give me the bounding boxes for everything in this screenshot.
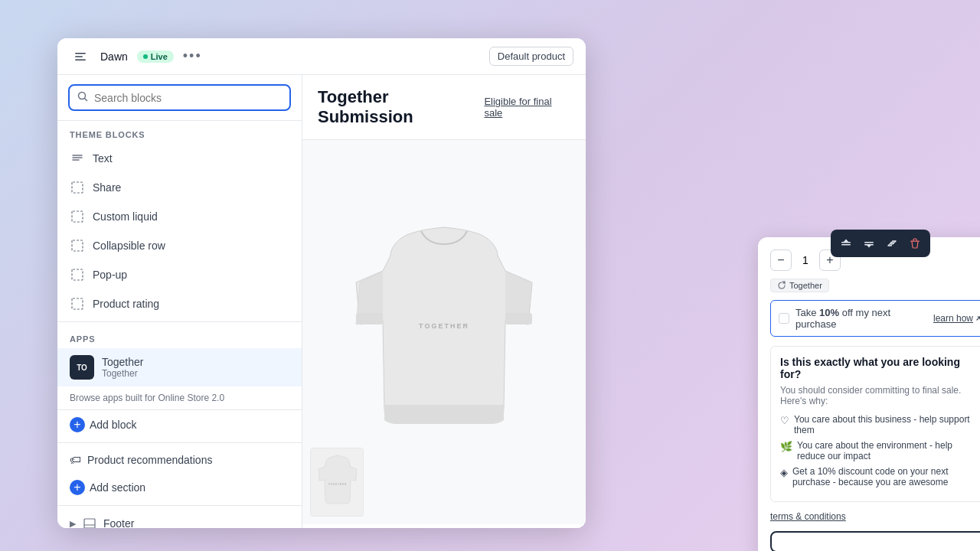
svg-text:TOGETHER: TOGETHER: [419, 322, 469, 330]
toolbar-move-down-button[interactable]: [858, 233, 880, 254]
block-item-share[interactable]: Share: [57, 173, 302, 202]
sidebar-content: THEME BLOCKS Text: [57, 121, 302, 528]
product-recommendations-item[interactable]: 🏷 Product recommendations: [57, 446, 302, 473]
svg-rect-22: [841, 244, 851, 246]
app-sub: Together: [102, 368, 143, 379]
svg-rect-2: [75, 59, 86, 60]
add-to-cart-button[interactable]: [770, 531, 980, 551]
svg-rect-17: [356, 313, 383, 324]
block-item-product-rating[interactable]: Product rating: [57, 289, 302, 318]
page-preview: Together Submission Eligible for final s…: [302, 75, 586, 528]
svg-rect-11: [72, 269, 83, 280]
together-tag: Together: [770, 279, 829, 292]
svg-rect-12: [72, 298, 83, 309]
text-block-icon: [70, 151, 85, 166]
toolbar-resize-button[interactable]: [881, 233, 903, 254]
info-item-3: ◈ Get a 10% discount code on your next p…: [780, 466, 980, 487]
info-item-2: 🌿 You care about the environment - help …: [780, 440, 980, 461]
theme-title: Dawn: [100, 51, 128, 63]
top-bar: Dawn Live ••• Default product: [57, 38, 586, 75]
block-item-collapsible-row[interactable]: Collapsible row: [57, 231, 302, 260]
info-box: Is this exactly what you are looking for…: [770, 346, 980, 502]
svg-rect-13: [84, 519, 95, 528]
sweater-image: TOGETHER: [322, 194, 567, 470]
quantity-value: 1: [798, 254, 813, 266]
svg-rect-10: [72, 240, 83, 251]
svg-line-4: [85, 99, 87, 101]
block-item-pop-up[interactable]: Pop-up: [57, 260, 302, 289]
discount-checkbox[interactable]: [779, 313, 789, 324]
search-input[interactable]: [94, 92, 282, 104]
sidebar: THEME BLOCKS Text: [57, 75, 302, 528]
thumbnail-row: TOGETHER: [310, 448, 364, 517]
info-item-1: ♡ You care about this business - help su…: [780, 414, 980, 435]
divider-1: [57, 321, 302, 322]
add-block-icon: +: [70, 417, 85, 432]
divider-2: [57, 442, 302, 443]
info-question: Is this exactly what you are looking for…: [780, 356, 980, 380]
editor-window: Dawn Live ••• Default product: [57, 38, 586, 528]
toolbar-delete-button[interactable]: [904, 233, 926, 254]
pop-up-block-icon: [70, 267, 85, 282]
leaf-icon: 🌿: [780, 441, 792, 452]
search-input-wrapper: [68, 84, 291, 111]
footer-item[interactable]: ▶ Footer: [57, 509, 302, 528]
tag-icon: ◈: [780, 467, 788, 478]
app-info-together: Together Together: [102, 356, 143, 379]
thumbnail-1[interactable]: TOGETHER: [310, 448, 364, 517]
more-button[interactable]: •••: [183, 48, 202, 64]
terms-link[interactable]: terms & conditions: [770, 511, 980, 522]
canvas-area: Together Submission Eligible for final s…: [302, 75, 586, 528]
browse-apps-text: Browse apps built for Online Store 2.0: [57, 386, 302, 410]
collapsible-row-block-icon: [70, 238, 85, 253]
block-item-custom-liquid[interactable]: Custom liquid: [57, 202, 302, 231]
together-widget-panel: − 1 + Together Take 10% off my next purc…: [758, 237, 980, 551]
discount-row: Take 10% off my next purchase learn how: [770, 300, 980, 337]
add-section-icon: +: [70, 480, 85, 495]
svg-rect-1: [75, 56, 83, 57]
editor-body: THEME BLOCKS Text: [57, 75, 586, 528]
learn-how-link[interactable]: learn how: [933, 313, 980, 324]
live-badge: Live: [137, 51, 174, 63]
svg-rect-9: [72, 211, 83, 222]
footer-expand-icon: ▶: [70, 519, 76, 529]
product-title: Together Submission: [318, 87, 484, 127]
svg-rect-27: [910, 241, 920, 242]
svg-rect-18: [505, 313, 532, 324]
svg-rect-21: [841, 242, 851, 243]
add-block-button[interactable]: + Add block: [57, 410, 302, 439]
apps-header: APPS: [57, 325, 302, 348]
widget-toolbar: [831, 230, 930, 257]
search-icon: [77, 91, 88, 104]
svg-rect-8: [72, 182, 83, 193]
divider-3: [57, 505, 302, 506]
product-header: Together Submission Eligible for final s…: [302, 75, 586, 140]
add-section-button[interactable]: + Add section: [57, 473, 302, 502]
theme-blocks-header: THEME BLOCKS: [57, 121, 302, 144]
live-dot: [143, 54, 148, 59]
discount-text: Take 10% off my next purchase: [795, 307, 927, 330]
product-selector[interactable]: Default product: [489, 47, 573, 66]
app-icon-together: TO: [70, 355, 94, 380]
custom-liquid-block-icon: [70, 209, 85, 224]
share-block-icon: [70, 180, 85, 195]
search-area: [57, 75, 302, 121]
svg-text:TOGETHER: TOGETHER: [328, 483, 348, 486]
qty-decrease-button[interactable]: −: [770, 249, 792, 271]
svg-rect-0: [75, 53, 86, 54]
app-name: Together: [102, 356, 143, 368]
toolbar-move-up-button[interactable]: [835, 233, 857, 254]
block-item-text[interactable]: Text: [57, 144, 302, 173]
info-desc: You should consider committing to final …: [780, 385, 980, 406]
back-button[interactable]: [70, 46, 91, 67]
heart-icon: ♡: [780, 415, 789, 426]
eligible-link[interactable]: Eligible for final sale: [484, 96, 570, 119]
product-rating-block-icon: [70, 296, 85, 311]
product-image-area: TOGETHER T: [302, 140, 586, 524]
product-rec-icon: 🏷: [70, 453, 81, 466]
svg-rect-23: [864, 242, 874, 243]
footer-block-icon: [82, 516, 97, 528]
app-item-together[interactable]: TO Together Together: [57, 348, 302, 386]
